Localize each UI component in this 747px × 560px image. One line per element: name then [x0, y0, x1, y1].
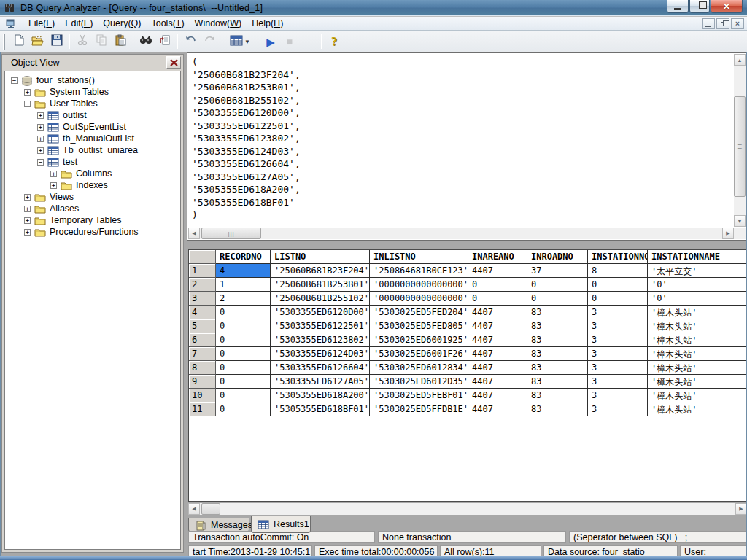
row-header[interactable]: 1	[189, 264, 216, 278]
tree-item-test[interactable]: −test	[5, 156, 180, 168]
expand-expander-icon[interactable]: +	[37, 112, 44, 119]
tree-item-tb-manualoutlist[interactable]: +tb_ManualOutList	[5, 133, 180, 144]
grid-cell[interactable]: '0'	[648, 278, 746, 292]
grid-cell[interactable]: '5303355ED6126604'	[271, 361, 370, 375]
editor-horizontal-scrollbar[interactable]: ◀ ||| ▶	[188, 228, 734, 239]
table-row[interactable]: 60'5303355ED6123802''5303025ED6001925'44…	[189, 333, 746, 347]
collapse-expander-icon[interactable]: −	[11, 77, 18, 84]
object-view-close-button[interactable]	[166, 56, 181, 69]
column-header-instationno[interactable]: INSTATIONNO	[588, 250, 648, 264]
grid-cell[interactable]: '5303025ED5FFDB1E'	[370, 402, 468, 416]
save-file-button[interactable]	[48, 33, 66, 50]
grid-cell[interactable]: '25060B681B255102'	[271, 292, 370, 306]
grid-cell[interactable]: 0	[216, 375, 271, 389]
grid-cell[interactable]: 0	[216, 347, 271, 361]
grid-cell[interactable]: '25060B681B253B01'	[271, 278, 370, 292]
grid-cell[interactable]: '0000000000000000'	[370, 292, 468, 306]
grid-cell[interactable]: '5305355ED618A200'	[271, 389, 370, 402]
table-row[interactable]: 70'5303355ED6124D03''5303025ED6001F26'44…	[189, 347, 746, 361]
grid-cell[interactable]: '樟木头站'	[648, 361, 746, 375]
expand-expander-icon[interactable]: +	[24, 229, 31, 236]
grid-cell[interactable]: 3	[588, 319, 648, 333]
grid-cell[interactable]: 0	[527, 292, 588, 306]
grid-cell[interactable]: 83	[527, 306, 588, 319]
grid-cell[interactable]: '5303025ED6001925'	[370, 333, 468, 347]
grid-cell[interactable]: '25060B681B23F204'	[271, 264, 370, 278]
grid-cell[interactable]: '樟木头站'	[648, 333, 746, 347]
column-header-inlistno[interactable]: INLISTNO	[370, 250, 468, 264]
maximize-button[interactable]	[689, 0, 710, 13]
table-row[interactable]: 32'25060B681B255102''0000000000000000'00…	[189, 292, 746, 306]
grid-cell[interactable]: '5303025ED5FEBF01'	[370, 389, 468, 402]
scroll-left-button[interactable]: ◀	[188, 503, 200, 515]
grid-hscroll-thumb[interactable]	[201, 503, 220, 515]
table-row[interactable]: 40'5303355ED6120D00''5303025ED5FED204'44…	[189, 306, 746, 319]
row-header[interactable]: 11	[189, 402, 216, 416]
tree-item-views[interactable]: +Views	[5, 191, 180, 203]
grid-cell[interactable]: 0	[588, 292, 648, 306]
grid-cell[interactable]: '5303355ED6127A05'	[271, 375, 370, 389]
mdi-child-icon[interactable]	[6, 19, 18, 28]
column-header-listno[interactable]: LISTNO	[271, 250, 370, 264]
grid-cell[interactable]: 4407	[468, 333, 527, 347]
grid-cell[interactable]: '5303025ED6001F26'	[370, 347, 468, 361]
open-file-button[interactable]	[29, 33, 47, 50]
result-grid-dropdown-button[interactable]: ▼	[226, 33, 254, 50]
row-header[interactable]: 10	[189, 389, 216, 402]
grid-horizontal-scrollbar[interactable]: ◀ ▶	[188, 503, 747, 515]
grid-cell[interactable]: 3	[588, 333, 648, 347]
grid-cell[interactable]: '5303355ED6120D00'	[271, 306, 370, 319]
grid-cell[interactable]: 1	[216, 278, 271, 292]
grid-cell[interactable]: 4407	[468, 306, 527, 319]
row-header[interactable]: 9	[189, 375, 216, 389]
scroll-left-button[interactable]: ◀	[188, 228, 200, 239]
expand-expander-icon[interactable]: +	[37, 147, 44, 154]
grid-cell[interactable]: 2	[216, 292, 271, 306]
expand-expander-icon[interactable]: +	[37, 136, 44, 142]
grid-cell[interactable]: '250864681B0CE123'	[370, 264, 468, 278]
expand-expander-icon[interactable]: +	[24, 206, 31, 212]
tree-item-outspeventlist[interactable]: +OutSpEventList	[5, 121, 180, 133]
grid-cell[interactable]: '太平立交'	[648, 264, 746, 278]
tree-item-tb-outlist-uniarea[interactable]: +Tb_outlist_uniarea	[5, 144, 180, 156]
grid-cell[interactable]: 3	[588, 402, 648, 416]
execute-query-button[interactable]: ▶	[262, 33, 279, 50]
tree-item-user-tables[interactable]: −User Tables	[5, 98, 180, 109]
grid-cell[interactable]: 3	[588, 306, 648, 319]
menu-file[interactable]: File(F)	[23, 18, 60, 29]
expand-expander-icon[interactable]: +	[24, 194, 31, 201]
grid-cell[interactable]: 4407	[468, 347, 527, 361]
grid-cell[interactable]: '5303025ED5FED204'	[370, 306, 468, 319]
expand-expander-icon[interactable]: +	[24, 217, 31, 224]
grid-cell[interactable]: 0	[468, 278, 527, 292]
toolbar-grip[interactable]	[3, 34, 5, 50]
collapse-expander-icon[interactable]: −	[37, 159, 44, 166]
grid-cell[interactable]: '樟木头站'	[648, 389, 746, 402]
grid-cell[interactable]: 83	[527, 333, 588, 347]
expand-expander-icon[interactable]: +	[37, 124, 44, 131]
grid-cell[interactable]: 8	[588, 264, 648, 278]
tree-item-system-tables[interactable]: +System Tables	[5, 86, 180, 98]
grid-cell[interactable]: 3	[588, 389, 648, 402]
grid-cell[interactable]: 83	[527, 319, 588, 333]
table-row[interactable]: 100'5305355ED618A200''5303025ED5FEBF01'4…	[189, 389, 746, 402]
undo-button[interactable]	[182, 33, 199, 50]
row-header[interactable]: 6	[189, 333, 216, 347]
mdi-close-button[interactable]: ×	[731, 18, 744, 29]
grid-cell[interactable]: 83	[527, 361, 588, 375]
grid-cell[interactable]: 0	[216, 389, 271, 402]
table-row[interactable]: 80'5303355ED6126604''5303025ED6012834'44…	[189, 361, 746, 375]
grid-cell[interactable]: '5303025ED6012D35'	[370, 375, 468, 389]
tree-item-aliases[interactable]: +Aliases	[5, 203, 180, 214]
grid-cell[interactable]: 37	[527, 264, 588, 278]
row-header[interactable]: 5	[189, 319, 216, 333]
grid-cell[interactable]: '0000000000000000'	[370, 278, 468, 292]
table-row[interactable]: 50'5303355ED6122501''5303025ED5FED805'44…	[189, 319, 746, 333]
expand-expander-icon[interactable]: +	[24, 89, 31, 96]
row-header[interactable]: 8	[189, 361, 216, 375]
row-header[interactable]: 3	[189, 292, 216, 306]
grid-cell[interactable]: '5303355ED6124D03'	[271, 347, 370, 361]
grid-cell[interactable]: '樟木头站'	[648, 306, 746, 319]
tree-item-procedures-functions[interactable]: +Procedures/Functions	[5, 226, 180, 238]
grid-cell[interactable]: '樟木头站'	[648, 375, 746, 389]
